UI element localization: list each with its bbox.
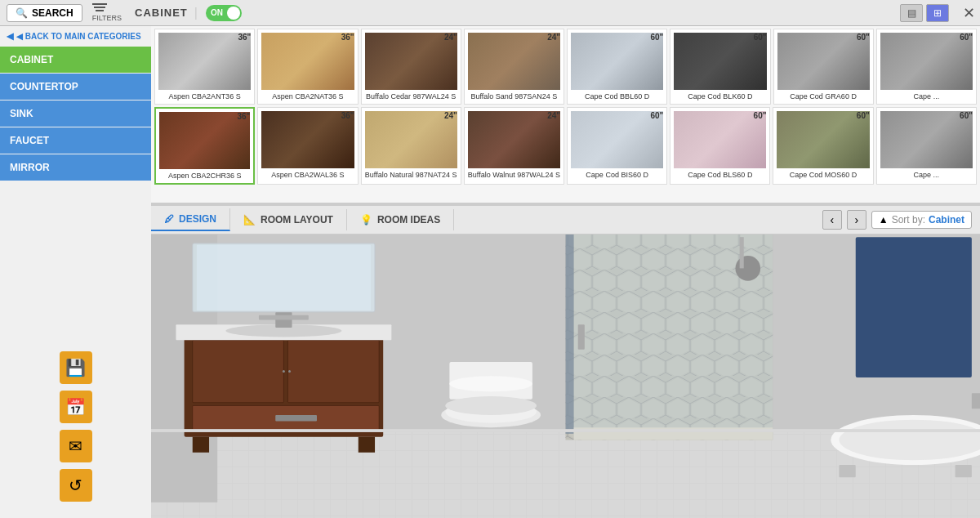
product-name: Aspen CBA2NAT36 S bbox=[261, 92, 354, 100]
product-name: Cape Cod GRA60 D bbox=[777, 92, 870, 100]
product-name: Buffalo Walnut 987WAL24 S bbox=[468, 171, 560, 179]
svg-rect-30 bbox=[566, 221, 574, 434]
svg-rect-8 bbox=[287, 340, 379, 402]
svg-rect-40 bbox=[972, 393, 980, 409]
email-action-button[interactable]: ✉ bbox=[60, 430, 92, 462]
svg-point-34 bbox=[735, 256, 760, 281]
product-card-p6[interactable]: 60" Cape Cod BLK60 D bbox=[670, 29, 770, 105]
svg-rect-12 bbox=[275, 415, 317, 422]
svg-rect-32 bbox=[578, 324, 585, 350]
product-card-p2[interactable]: 36" Aspen CBA2NAT36 S bbox=[257, 29, 358, 105]
sidebar-item-sink[interactable]: SINK bbox=[0, 100, 151, 127]
next-icon: › bbox=[854, 213, 858, 226]
product-size: 24" bbox=[547, 111, 560, 120]
product-name: Aspen CBA2WAL36 S bbox=[261, 171, 354, 179]
sidebar-item-countertop[interactable]: COUNTERTOP bbox=[0, 74, 151, 100]
product-size: 60" bbox=[960, 111, 973, 120]
tab-room-layout[interactable]: 📐 ROOM LAYOUT bbox=[230, 209, 347, 230]
sort-bar: ‹ › ▲ Sort by: Cabinet bbox=[822, 210, 972, 230]
product-size: 60" bbox=[650, 111, 663, 120]
product-card-p5[interactable]: 60" Cape Cod BBL60 D bbox=[567, 29, 667, 105]
list-view-button[interactable]: ▤ bbox=[900, 4, 923, 22]
product-card-p10[interactable]: 36" Aspen CBA2WAL36 S bbox=[257, 107, 358, 185]
tab-room-ideas-label: ROOM IDEAS bbox=[377, 214, 440, 226]
product-row-2: 36" Aspen CBA2CHR36 S 36" Aspen CBA2WAL3… bbox=[154, 107, 977, 185]
sort-dropdown[interactable]: ▲ Sort by: Cabinet bbox=[871, 211, 972, 229]
grid-view-button[interactable]: ⊞ bbox=[926, 4, 949, 22]
product-card-p16[interactable]: 60" Cape ... bbox=[876, 107, 977, 185]
refresh-action-button[interactable]: ↺ bbox=[60, 469, 92, 502]
close-button[interactable]: ✕ bbox=[957, 2, 980, 25]
sidebar-item-mirror[interactable]: MIRROR bbox=[0, 154, 151, 181]
product-size: 24" bbox=[444, 111, 457, 120]
left-actions: 💾 📅 ✉ ↺ bbox=[0, 206, 151, 518]
room-layout-icon: 📐 bbox=[243, 214, 256, 226]
product-name: Buffalo Cedar 987WAL24 S bbox=[365, 92, 457, 100]
product-card-p1[interactable]: 36" Aspen CBA2ANT36 S bbox=[154, 29, 255, 105]
svg-rect-39 bbox=[956, 465, 972, 477]
tab-design[interactable]: 🖊 DESIGN bbox=[151, 208, 230, 231]
next-button[interactable]: › bbox=[847, 210, 866, 230]
search-icon: 🔍 bbox=[16, 7, 28, 19]
prev-button[interactable]: ‹ bbox=[822, 210, 842, 230]
product-size: 60" bbox=[650, 33, 663, 42]
grid-view-icon: ⊞ bbox=[933, 7, 942, 19]
product-name: Cape Cod BLK60 D bbox=[674, 92, 766, 100]
product-size: 60" bbox=[754, 33, 767, 42]
product-size: 60" bbox=[857, 33, 870, 42]
product-image bbox=[880, 33, 973, 90]
product-size: 24" bbox=[444, 33, 457, 42]
product-card-p14[interactable]: 60" Cape Cod BLS60 D bbox=[670, 107, 770, 185]
product-size: 24" bbox=[547, 33, 560, 42]
tab-room-ideas[interactable]: 💡 ROOM IDEAS bbox=[347, 209, 454, 230]
product-card-p12[interactable]: 24" Buffalo Walnut 987WAL24 S bbox=[464, 107, 564, 185]
sort-value: Cabinet bbox=[929, 214, 964, 226]
tab-room-layout-label: ROOM LAYOUT bbox=[261, 214, 333, 226]
product-card-p9[interactable]: 36" Aspen CBA2CHR36 S bbox=[154, 107, 255, 185]
product-card-p15[interactable]: 60" Cape Cod MOS60 D bbox=[773, 107, 873, 185]
product-image bbox=[468, 111, 560, 168]
product-name: Buffalo Natural 987NAT24 S bbox=[365, 171, 457, 179]
product-card-p3[interactable]: 24" Buffalo Cedar 987WAL24 S bbox=[361, 29, 461, 105]
filters-button[interactable]: FILTERS bbox=[89, 0, 125, 25]
toggle-container: ON bbox=[206, 5, 242, 21]
product-image bbox=[365, 33, 457, 90]
product-size: 60" bbox=[857, 111, 870, 120]
product-card-p13[interactable]: 60" Cape Cod BIS60 D bbox=[567, 107, 667, 185]
sidebar-item-cabinet[interactable]: CABINET bbox=[0, 47, 151, 73]
product-name: Cape Cod BBL60 D bbox=[571, 92, 663, 100]
sidebar-item-faucet[interactable]: FAUCET bbox=[0, 127, 151, 154]
room-view bbox=[151, 206, 980, 518]
product-size: 36" bbox=[238, 33, 251, 42]
product-image bbox=[880, 111, 973, 168]
filters-label: FILTERS bbox=[92, 14, 122, 22]
back-to-categories-button[interactable]: ◀ ◀ BACK TO MAIN CATEGORIES bbox=[0, 26, 151, 47]
room-ideas-icon: 💡 bbox=[360, 214, 372, 226]
design-icon: 🖊 bbox=[164, 213, 174, 225]
search-button[interactable]: 🔍 SEARCH bbox=[7, 4, 82, 22]
calendar-action-button[interactable]: 📅 bbox=[60, 391, 92, 423]
product-card-p7[interactable]: 60" Cape Cod GRA60 D bbox=[773, 29, 874, 105]
close-icon: ✕ bbox=[963, 4, 975, 22]
svg-rect-17 bbox=[193, 437, 209, 453]
svg-point-10 bbox=[288, 370, 291, 373]
tabs-bar: 🖊 DESIGN 📐 ROOM LAYOUT 💡 ROOM IDEAS ‹ › … bbox=[151, 206, 980, 234]
product-panel: 36" Aspen CBA2ANT36 S 36" Aspen CBA2NAT3… bbox=[151, 26, 980, 204]
product-name: Cape Cod MOS60 D bbox=[777, 171, 869, 179]
refresh-icon: ↺ bbox=[69, 476, 82, 495]
product-card-p4[interactable]: 24" Buffalo Sand 987SAN24 S bbox=[464, 29, 564, 105]
search-label: SEARCH bbox=[32, 7, 74, 19]
product-row-1: 36" Aspen CBA2ANT36 S 36" Aspen CBA2NAT3… bbox=[154, 29, 977, 105]
product-image bbox=[468, 33, 560, 90]
product-card-p11[interactable]: 24" Buffalo Natural 987NAT24 S bbox=[361, 107, 461, 185]
on-off-toggle[interactable]: ON bbox=[206, 5, 242, 21]
product-card-p8[interactable]: 60" Cape ... bbox=[876, 29, 977, 105]
room-scene bbox=[151, 206, 980, 518]
product-name: Cape ... bbox=[880, 171, 973, 179]
svg-rect-7 bbox=[193, 340, 284, 402]
sort-chevron-icon: ▲ bbox=[879, 214, 889, 226]
product-size: 36" bbox=[237, 112, 250, 121]
back-label: ◀ BACK TO MAIN CATEGORIES bbox=[16, 32, 141, 41]
save-action-button[interactable]: 💾 bbox=[60, 351, 92, 384]
svg-rect-18 bbox=[359, 437, 375, 453]
